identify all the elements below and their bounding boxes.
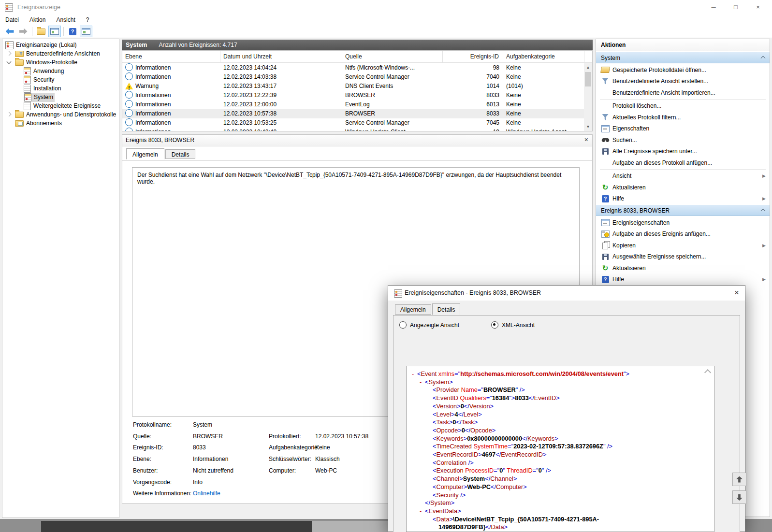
sidebar-item-installation[interactable]: Installation [2,84,119,93]
action-gespeicherte-protokolldatei-öffnen[interactable]: Gespeicherte Protokolldatei öffnen... [596,64,770,75]
dialog-tab-details[interactable]: Details [432,303,461,315]
column-header-aufgabenkategorie[interactable]: Aufgabenkategorie [503,51,584,62]
collapse-icon[interactable] [7,59,12,64]
radio-xml-ansicht[interactable] [491,321,498,329]
scrollbar-up-icon[interactable]: ▲ [584,63,592,72]
close-icon[interactable]: × [584,136,588,144]
table-row[interactable]: Informationen12.02.2023 10:53:25Service … [122,118,585,128]
maximize-button[interactable]: □ [725,0,747,14]
actions-section-header[interactable]: Ereignis 8033, BROWSER [596,204,770,216]
menu-ansicht[interactable]: Ansicht [51,16,80,23]
action-hilfe[interactable]: ?Hilfe▶ [596,193,770,204]
detail-tabs: AllgemeinDetails [126,149,196,160]
action-icon-slot [600,241,611,249]
menu-?[interactable]: ? [81,16,95,23]
action-aufgabe-an-dieses-ereignis-anfügen[interactable]: Aufgabe an dieses Ereignis anfügen... [596,229,770,240]
cell-category: (1014) [503,82,584,91]
toolbar: ? [0,25,772,38]
close-button[interactable]: × [747,0,769,14]
action-aufgabe-an-dieses-protokoll-anfügen[interactable]: Aufgabe an dieses Protokoll anfügen... [596,157,770,168]
table-row[interactable]: Informationen12.02.2023 12:22:39BROWSER8… [122,91,585,100]
column-header-quelle[interactable]: Quelle [342,51,443,62]
xml-collapse-icon[interactable]: - [420,507,422,516]
window-icon [82,28,90,35]
action-ereigniseigenschaften[interactable]: Ereigniseigenschaften [596,217,770,228]
action-suchen[interactable]: Suchen... [596,134,770,145]
xml-collapse-icon[interactable]: - [420,378,422,387]
sidebar-item-windows-protokolle[interactable]: Windows-Protokolle [2,58,119,67]
xml-collapse-icon[interactable]: - [412,370,414,378]
submenu-arrow-icon: ▶ [762,173,766,178]
action-benutzerdefinierte-ansicht-erstellen[interactable]: Benutzerdefinierte Ansicht erstellen... [596,76,770,87]
next-event-button[interactable] [732,490,746,504]
sidebar-item-benutzerdefinierte-ansichten[interactable]: Benutzerdefinierte Ansichten [2,49,119,58]
forward-button[interactable] [17,26,29,37]
radio-label: Angezeigte Ansicht [410,322,459,329]
action-protokoll-löschen[interactable]: Protokoll löschen... [596,101,770,112]
collapse-section-icon[interactable] [761,209,766,214]
vertical-scrollbar[interactable]: ▲▼ [584,63,592,131]
dialog-tab-allgemein[interactable]: Allgemein [395,304,431,315]
scrollbar-thumb[interactable] [585,72,591,86]
info-icon [125,109,133,117]
menu-aktion[interactable]: Aktion [24,16,51,23]
actions-section-header[interactable]: System [596,52,770,63]
action-alle-ereignisse-speichern-unter[interactable]: Alle Ereignisse speichern unter... [596,146,770,157]
field-value: System [193,421,212,428]
close-icon[interactable]: × [734,288,739,298]
action-benutzerdefinierte-ansicht-importieren[interactable]: Benutzerdefinierte Ansicht importieren..… [596,87,770,98]
export-folder-button[interactable] [35,26,47,37]
online-help-link[interactable]: Onlinehilfe [193,490,220,497]
action-aktualisieren[interactable]: ↻Aktualisieren [596,262,770,273]
sidebar-item-abonnements[interactable]: Abonnements [2,119,119,128]
sidebar-item-security[interactable]: Security [2,75,119,84]
level-text: Informationen [135,101,171,108]
table-row[interactable]: Informationen12.02.2023 14:03:38Service … [122,72,585,82]
table-row[interactable]: Informationen12.02.2023 10:43:40Windows … [122,128,585,131]
collapse-section-icon[interactable] [761,56,766,61]
cell-datetime: 12.02.2023 14:04:24 [220,63,342,72]
table-header-row: EbeneDatum und UhrzeitQuelleEreignis-IDA… [122,51,592,63]
action-icon-slot [600,114,611,120]
scrollbar-down-icon[interactable]: ▼ [584,123,592,131]
sidebar-item-anwendungs-und-dienstprotokolle[interactable]: Anwendungs- und Dienstprotokolle [2,110,119,119]
action-ausgewählte-ereignisse-speichern[interactable]: Ausgewählte Ereignisse speichern... [596,251,770,262]
sidebar-item-weitergeleitete-ereignisse[interactable]: Weitergeleitete Ereignisse [2,101,119,110]
column-header-ebene[interactable]: Ebene [122,51,220,62]
folder-filter-icon [15,51,24,57]
previous-event-button[interactable] [732,473,746,486]
radio-angezeigte-ansicht[interactable] [399,321,407,329]
sidebar-item-ereignisanzeige-lokal-[interactable]: Ereignisanzeige (Lokal) [2,41,119,49]
xml-line: -<EventData> [407,507,714,516]
tab-allgemein[interactable]: Allgemein [126,148,164,159]
table-row[interactable]: Informationen12.02.2023 12:00:00EventLog… [122,100,585,109]
action-ansicht[interactable]: Ansicht▶ [596,171,770,182]
tree-item-label: Anwendungs- und Dienstprotokolle [26,111,116,118]
back-button[interactable] [3,26,16,37]
table-row[interactable]: Informationen12.02.2023 10:57:38BROWSER8… [122,109,585,118]
toggle-console-tree-button[interactable] [48,26,61,37]
table-row[interactable]: !Warnung12.02.2023 13:43:17DNS Client Ev… [122,82,585,91]
cell-datetime: 12.02.2023 10:43:40 [220,128,342,131]
column-header-ereignis-id[interactable]: Ereignis-ID [443,51,503,62]
action-hilfe[interactable]: ?Hilfe▶ [596,274,770,285]
sidebar-item-system[interactable]: System [2,93,119,101]
column-header-datum-und-uhrzeit[interactable]: Datum und Uhrzeit [220,51,342,62]
submenu-arrow-icon: ▶ [762,277,766,282]
expand-icon[interactable] [7,51,12,56]
expand-icon[interactable] [7,112,12,117]
action-aktualisieren[interactable]: ↻Aktualisieren [596,182,770,193]
dialog-body: Angezeigte AnsichtXML-Ansicht -<Event xm… [393,315,740,532]
sidebar-item-anwendung[interactable]: Anwendung [2,67,119,75]
toggle-action-pane-button[interactable] [80,26,92,37]
tab-details[interactable]: Details [165,149,196,159]
minimize-button[interactable]: ─ [702,0,725,14]
help-button[interactable]: ? [66,26,79,37]
action-kopieren[interactable]: Kopieren▶ [596,240,770,251]
action-eigenschaften[interactable]: Eigenschaften [596,123,770,134]
xml-view-box[interactable]: -<Event xmlns="http://schemas.microsoft.… [406,366,714,532]
action-aktuelles-protokoll-filtern[interactable]: Aktuelles Protokoll filtern... [596,112,770,123]
field-label: Benutzer: [133,467,158,474]
table-row[interactable]: Informationen12.02.2023 14:04:24Ntfs (Mi… [122,63,585,72]
menu-datei[interactable]: Datei [0,16,24,23]
